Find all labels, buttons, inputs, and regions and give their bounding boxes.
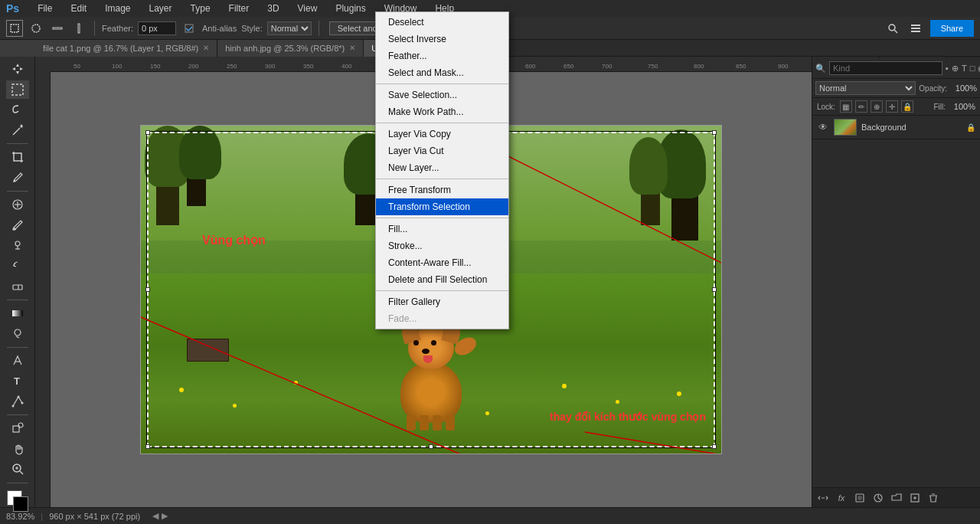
ctx-free-transform-label: Free Transform xyxy=(388,185,451,195)
tool-path-select[interactable] xyxy=(6,392,29,411)
style-label: Style: xyxy=(241,24,263,33)
tab-close-file-cat[interactable]: ✕ xyxy=(203,44,209,52)
handle-right-mid[interactable] xyxy=(712,287,717,292)
tool-crop[interactable] xyxy=(6,148,29,167)
ctx-fill[interactable]: Fill... xyxy=(376,221,508,237)
add-layer-btn[interactable] xyxy=(907,490,923,506)
lock-transparent-btn[interactable]: ▦ xyxy=(840,100,852,113)
tool-pen[interactable] xyxy=(6,352,29,371)
handle-bottom-left[interactable] xyxy=(145,444,150,449)
ctx-filter-gallery[interactable]: Filter Gallery xyxy=(376,293,508,310)
ctx-deselect[interactable]: Deselect xyxy=(376,14,508,31)
menu-image[interactable]: Image xyxy=(102,2,133,15)
handle-left-mid[interactable] xyxy=(145,287,150,292)
menu-file[interactable]: File xyxy=(34,2,55,15)
menu-3d[interactable]: 3D xyxy=(264,2,282,15)
ctx-save-selection[interactable]: Save Selection... xyxy=(376,87,508,103)
tool-clone-stamp[interactable] xyxy=(6,236,29,255)
ctx-fade: Fade... xyxy=(376,310,508,327)
feather-input[interactable] xyxy=(138,21,176,35)
handle-bottom-right[interactable] xyxy=(712,444,717,449)
ruler-vertical xyxy=(35,72,51,507)
tool-lasso[interactable] xyxy=(6,100,29,120)
menu-layer[interactable]: Layer xyxy=(146,2,175,15)
tool-eraser[interactable] xyxy=(6,277,29,296)
ctx-stroke[interactable]: Stroke... xyxy=(376,237,508,254)
ctx-select-and-mask[interactable]: Select and Mask... xyxy=(376,64,508,81)
menu-edit[interactable]: Edit xyxy=(67,2,90,15)
lock-move-btn[interactable]: ✛ xyxy=(886,100,898,113)
delete-layer-btn[interactable] xyxy=(926,490,941,506)
tool-marquee-single-col[interactable] xyxy=(70,20,87,37)
ctx-make-work-path[interactable]: Make Work Path... xyxy=(376,103,508,120)
menu-view[interactable]: View xyxy=(295,2,321,15)
folder-btn[interactable] xyxy=(889,490,904,506)
tool-move[interactable] xyxy=(6,60,29,79)
search-icon[interactable] xyxy=(884,20,901,37)
adjustment-btn[interactable] xyxy=(871,490,886,506)
status-next-btn[interactable]: ▶ xyxy=(162,511,168,521)
handle-top-right[interactable] xyxy=(712,130,717,135)
ctx-feather[interactable]: Feather... xyxy=(376,47,508,64)
link-layers-btn[interactable] xyxy=(815,490,831,506)
lock-all-btn[interactable]: 🔒 xyxy=(901,100,913,113)
menu-type[interactable]: Type xyxy=(188,2,214,15)
ctx-content-aware-fill-label: Content-Aware Fill... xyxy=(388,257,472,268)
layer-visibility-eye[interactable]: 👁 xyxy=(817,121,829,133)
tool-separator-4 xyxy=(7,347,28,348)
status-prev-btn[interactable]: ◀ xyxy=(152,511,158,521)
ctx-content-aware-fill[interactable]: Content-Aware Fill... xyxy=(376,254,508,271)
tool-brush[interactable] xyxy=(6,216,29,235)
layers-filter-adj[interactable]: ⊕ xyxy=(952,61,959,75)
menu-plugins[interactable]: Plugins xyxy=(332,2,368,15)
ctx-layer-via-copy[interactable]: Layer Via Copy xyxy=(376,126,508,142)
ctx-select-inverse[interactable]: Select Inverse xyxy=(376,31,508,47)
style-select[interactable]: Normal xyxy=(267,21,312,35)
layer-item-background[interactable]: 👁 Background 🔒 xyxy=(812,116,980,139)
tool-marquee-rect[interactable] xyxy=(6,20,23,37)
tool-hand[interactable] xyxy=(6,440,29,459)
tool-marquee-ellipse[interactable] xyxy=(28,20,44,37)
lock-paint-btn[interactable]: ✏ xyxy=(855,100,867,113)
status-nav: ◀ ▶ xyxy=(152,511,168,521)
tab-close-hinh-anh[interactable]: ✕ xyxy=(349,44,355,52)
svg-rect-9 xyxy=(911,31,920,32)
share-button[interactable]: Share xyxy=(930,20,974,37)
tab-hinh-anh[interactable]: hinh anh.jpg @ 25.3% (RGB/8*) ✕ xyxy=(217,40,364,57)
tool-magic-wand[interactable] xyxy=(6,121,29,140)
color-fg[interactable] xyxy=(13,496,28,512)
blend-mode-select[interactable]: Normal xyxy=(815,81,916,95)
ctx-transform-selection[interactable]: Transform Selection xyxy=(376,198,508,215)
svg-rect-10 xyxy=(12,84,23,95)
layers-filter-type[interactable]: T xyxy=(962,61,967,75)
ctx-new-layer[interactable]: New Layer... xyxy=(376,159,508,176)
tool-zoom[interactable] xyxy=(6,460,29,479)
anti-alias-checkbox[interactable] xyxy=(181,20,198,37)
ctx-delete-fill[interactable]: Delete and Fill Selection xyxy=(376,271,508,288)
ruler-mark: 850 xyxy=(736,63,746,70)
add-mask-btn[interactable] xyxy=(852,490,867,506)
tool-shape[interactable] xyxy=(6,419,29,438)
workspace-icon[interactable] xyxy=(907,20,924,37)
toolbar-separator-1 xyxy=(94,21,95,36)
handle-top-left[interactable] xyxy=(145,130,150,135)
handle-bottom-mid[interactable] xyxy=(429,444,433,449)
fx-btn[interactable]: fx xyxy=(834,490,849,506)
ctx-layer-via-cut[interactable]: Layer Via Cut xyxy=(376,142,508,159)
ctx-feather-label: Feather... xyxy=(388,51,427,61)
tool-type[interactable]: T xyxy=(6,372,29,391)
menu-filter[interactable]: Filter xyxy=(226,2,253,15)
tool-marquee[interactable] xyxy=(6,80,29,100)
tab-file-cat[interactable]: file cat 1.png @ 16.7% (Layer 1, RGB/8#)… xyxy=(35,40,217,57)
layers-search-input[interactable] xyxy=(829,61,942,75)
tool-history-brush[interactable] xyxy=(6,257,29,276)
tool-eyedropper[interactable] xyxy=(6,169,29,188)
tool-dodge[interactable] xyxy=(6,324,29,343)
tool-gradient[interactable] xyxy=(6,304,29,323)
lock-artboard-btn[interactable]: ⊕ xyxy=(871,100,883,113)
layers-filter-pixel[interactable]: ▪ xyxy=(946,61,949,75)
layers-filter-shape[interactable]: □ xyxy=(970,61,975,75)
tool-heal[interactable] xyxy=(6,195,29,215)
ctx-free-transform[interactable]: Free Transform xyxy=(376,182,508,198)
tool-marquee-single-row[interactable] xyxy=(49,20,66,37)
